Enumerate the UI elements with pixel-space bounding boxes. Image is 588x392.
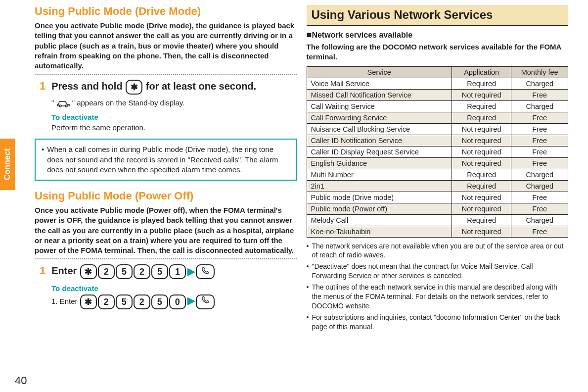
cell-application: Not required	[452, 146, 511, 157]
cell-service: Nuisance Call Blocking Service	[307, 123, 452, 135]
table-row: Public mode (Drive mode)Not requiredFree	[307, 192, 568, 203]
footnote-text: The outlines of the each network service…	[312, 283, 568, 311]
table-row: Voice Mail ServiceRequiredCharged	[307, 78, 568, 89]
call-key-icon	[196, 294, 215, 309]
asterisk-key-icon: ✱	[126, 80, 142, 95]
cell-fee: Free	[511, 89, 568, 100]
bullet-dot: •	[307, 262, 309, 281]
quote-open: "	[51, 98, 54, 107]
deact-enter-label: 1. Enter	[51, 297, 78, 305]
arrow-icon: ▶	[187, 295, 195, 306]
bullet-dot: •	[42, 145, 44, 175]
footnote-text: The network services are not available w…	[312, 242, 568, 260]
cell-application: Not required	[452, 192, 511, 203]
cell-fee: Free	[511, 123, 568, 135]
table-row: 2in1RequiredCharged	[307, 180, 568, 192]
sub-heading: ■Network services available	[307, 30, 569, 40]
footnotes: •The network services are not available …	[307, 242, 569, 332]
cell-fee: Charged	[511, 180, 568, 192]
cell-application: Required	[452, 180, 511, 192]
cell-fee: Charged	[511, 100, 568, 112]
step-text: Press and hold ✱ for at least one second…	[51, 80, 256, 95]
cell-application: Required	[452, 78, 511, 89]
deactivate-title: To deactivate	[51, 112, 297, 122]
table-row: Call Waiting ServiceRequiredCharged	[307, 100, 568, 112]
cell-application: Not required	[452, 226, 511, 237]
table-row: Call Forwarding ServiceRequiredFree	[307, 112, 568, 123]
cell-service: Koe-no-Takuhaibin	[307, 226, 452, 237]
sub-heading-text: Network services available	[312, 31, 412, 39]
enter-label: Enter	[51, 266, 77, 277]
cell-fee: Free	[511, 226, 568, 237]
step-text-b: for at least one second.	[146, 81, 256, 92]
deactivate-text: Perform the same operation.	[51, 122, 297, 133]
cell-fee: Free	[511, 192, 568, 203]
cell-service: Call Waiting Service	[307, 100, 452, 112]
cell-fee: Free	[511, 146, 568, 157]
cell-application: Required	[452, 112, 511, 123]
key-5-icon: 5	[116, 294, 133, 309]
network-desc: The following are the DOCOMO network ser…	[307, 42, 569, 62]
footnote-text: For subscriptions and inquiries, contact…	[312, 313, 568, 332]
cell-fee: Free	[511, 112, 568, 123]
cell-fee: Free	[511, 135, 568, 146]
key-2-icon: 2	[134, 264, 150, 279]
key-2-icon: 2	[98, 264, 115, 279]
banner-network-services: Using Various Network Services	[307, 5, 569, 26]
th-fee: Monthly fee	[511, 66, 568, 78]
cell-service: Caller ID Notification Service	[307, 135, 452, 146]
key-asterisk-icon: ✱	[80, 264, 97, 279]
key-5-icon: 5	[151, 264, 168, 279]
svg-point-1	[65, 105, 67, 107]
cell-service: Public mode (Power off)	[307, 203, 452, 214]
cell-service: Melody Call	[307, 214, 452, 226]
bullet-dot: •	[307, 283, 309, 311]
footnote-item: •"Deactivate" does not mean that the con…	[307, 262, 569, 281]
bullet-dot: •	[307, 242, 309, 260]
key-1-icon: 1	[169, 264, 186, 279]
divider	[35, 258, 297, 259]
table-row: Caller ID Notification ServiceNot requir…	[307, 135, 568, 146]
cell-application: Not required	[452, 135, 511, 146]
footnote-item: •The network services are not available …	[307, 242, 569, 260]
cell-service: Public mode (Drive mode)	[307, 192, 452, 203]
section-title-power-off: Using Public Mode (Power Off)	[35, 190, 297, 202]
cell-application: Not required	[452, 203, 511, 214]
cell-fee: Free	[511, 157, 568, 169]
footnote-text: "Deactivate" does not mean that the cont…	[312, 262, 568, 281]
table-row: Caller ID Display Request ServiceNot req…	[307, 146, 568, 157]
step-1-poweroff: 1 Enter ✱25251▶	[40, 264, 297, 279]
quote-close: " appears on the Stand-by display.	[72, 98, 185, 107]
key-5-icon: 5	[151, 294, 168, 309]
cell-service: English Guidance	[307, 157, 452, 169]
svg-point-0	[59, 105, 61, 107]
cell-service: Missed Call Notification Service	[307, 89, 452, 100]
note-text: When a call comes in during Public mode …	[47, 145, 289, 175]
note-box-drive: •When a call comes in during Public mode…	[35, 139, 297, 181]
cell-fee: Charged	[511, 78, 568, 89]
cell-service: 2in1	[307, 180, 452, 192]
square-icon: ■	[307, 30, 312, 40]
table-row: Nuisance Call Blocking ServiceNot requir…	[307, 123, 568, 135]
deactivate-title-2: To deactivate	[51, 283, 297, 294]
cell-fee: Charged	[511, 169, 568, 180]
intro-power-off: Once you activate Public mode (Power off…	[35, 205, 297, 255]
deactivate-step: 1. Enter ✱25250▶	[51, 294, 297, 309]
th-service: Service	[307, 66, 452, 78]
cell-service: Multi Number	[307, 169, 452, 180]
cell-service: Caller ID Display Request Service	[307, 146, 452, 157]
services-table: Service Application Monthly fee Voice Ma…	[307, 66, 569, 238]
key-2-icon: 2	[134, 294, 150, 309]
step-number: 1	[40, 264, 45, 277]
table-row: Melody CallRequiredCharged	[307, 214, 568, 226]
key-5-icon: 5	[116, 264, 133, 279]
key-2-icon: 2	[98, 294, 115, 309]
step-text: Enter ✱25251▶	[51, 264, 215, 279]
cell-service: Voice Mail Service	[307, 78, 452, 89]
th-application: Application	[452, 66, 511, 78]
section-title-drive-mode: Using Public Mode (Drive Mode)	[35, 5, 297, 18]
table-row: Public mode (Power off)Not requiredFree	[307, 203, 568, 214]
step-1-drive: 1 Press and hold ✱ for at least one seco…	[40, 80, 297, 95]
table-row: Koe-no-TakuhaibinNot requiredFree	[307, 226, 568, 237]
arrow-icon: ▶	[187, 266, 195, 277]
